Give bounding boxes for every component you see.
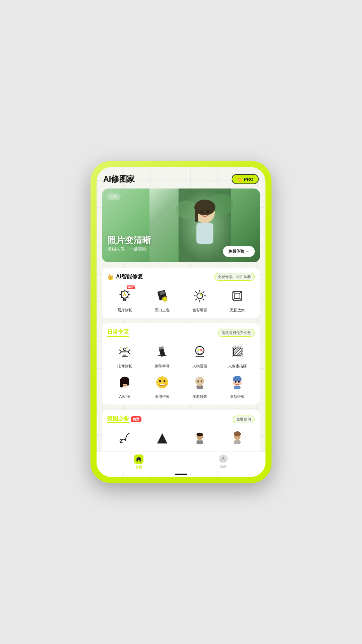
app-title: AI修图家 (103, 174, 135, 184)
daily-erase-label: 擦除字幕 (155, 364, 170, 369)
phone-screen: AI修图家 👑 PRO (97, 167, 265, 477)
cutout-icon-2 (153, 429, 172, 448)
hero-subtitle: 模糊人像，一键清晰 (107, 246, 146, 252)
daily-section-title: 日常专区 (107, 329, 129, 337)
svg-point-40 (159, 380, 161, 382)
svg-point-52 (235, 381, 237, 383)
cutout-icon-grid (107, 429, 255, 448)
svg-rect-6 (196, 223, 213, 244)
ai-feature-label-color: 黑白上色 (155, 308, 170, 313)
cutout-section-badge: 免费使用 (233, 416, 255, 423)
home-indicator (97, 471, 265, 477)
cutout-item-1[interactable] (107, 429, 142, 448)
daily-icon-grid-row1: 拉伸修复 擦除字幕 (107, 342, 255, 369)
svg-rect-65 (236, 439, 239, 441)
daily-old[interactable]: 变老特效 (182, 373, 217, 399)
home-indicator-bar (175, 474, 187, 475)
cutout-icon-1 (115, 429, 134, 448)
stretch-icon-box (115, 342, 134, 362)
svg-point-38 (125, 382, 127, 384)
svg-point-24 (196, 351, 198, 353)
daily-section-header: 日常专区 消耗每日免费次数 (107, 329, 255, 337)
svg-point-22 (197, 349, 199, 351)
cutout-section-header: 抠图必备 免费 免费使用 (107, 415, 255, 423)
daily-cartoon[interactable]: 人物漫画 (182, 342, 217, 369)
cutout-free-badge: 免费 (131, 416, 141, 422)
svg-point-37 (123, 382, 124, 384)
daily-stretch[interactable]: 拉伸修复 (107, 342, 142, 369)
cutout-section: 抠图必备 免费 免费使用 (102, 410, 260, 451)
daily-old-label: 变老特效 (192, 394, 207, 399)
bottom-nav: 首页 我的 (97, 451, 265, 471)
ai-feature-color[interactable]: 黑白上色 (145, 286, 180, 313)
svg-rect-61 (198, 439, 201, 441)
svg-point-23 (200, 349, 202, 351)
daily-anime[interactable]: AI动漫 (107, 373, 142, 399)
hero-banner[interactable]: 之后 照片变清晰 模糊人像，一键清晰 免费体验 → (102, 189, 260, 262)
ai-section-title: 👑 AI智能修复 (107, 273, 143, 280)
sketch-icon-box (228, 342, 247, 362)
nav-home[interactable]: 首页 (97, 454, 181, 470)
cutout-item-2[interactable] (145, 429, 180, 448)
enhance-icon-box (190, 286, 209, 306)
hero-title: 照片变清晰 (107, 235, 151, 246)
app-header: AI修图家 👑 PRO (97, 167, 265, 189)
phone-frame: AI修图家 👑 PRO (90, 161, 272, 483)
expression-icon-box (153, 373, 172, 392)
daily-sketch-label: 人像素描画 (228, 364, 247, 369)
ai-feature-label-repair: 照片修复 (117, 308, 132, 313)
cutout-icon-3 (190, 429, 209, 448)
svg-rect-56 (234, 386, 240, 389)
pro-label: PRO (244, 177, 253, 182)
svg-point-25 (202, 351, 203, 353)
pro-badge[interactable]: 👑 PRO (232, 174, 259, 184)
svg-point-42 (195, 377, 204, 385)
svg-point-45 (200, 380, 202, 382)
svg-rect-50 (233, 379, 235, 381)
daily-young-label: 童颜特效 (230, 394, 245, 399)
cutout-icon-4 (228, 429, 247, 448)
svg-point-9 (121, 291, 128, 298)
hero-cta-button[interactable]: 免费体验 → (223, 246, 255, 257)
svg-point-44 (197, 380, 199, 382)
svg-point-41 (164, 380, 166, 382)
svg-point-8 (206, 210, 209, 213)
svg-rect-5 (195, 208, 198, 222)
svg-point-63 (234, 431, 241, 436)
profile-nav-icon (219, 454, 228, 463)
daily-expression[interactable]: 表情特效 (145, 373, 180, 399)
svg-rect-47 (198, 384, 201, 386)
daily-section-badge: 消耗每日免费次数 (218, 329, 255, 337)
ai-feature-label-enlarge: 无损放大 (230, 308, 245, 313)
daily-cartoon-label: 人物漫画 (192, 364, 207, 369)
color-icon-box (153, 286, 172, 306)
cutout-item-3[interactable] (182, 429, 217, 448)
app-content[interactable]: AI修图家 👑 PRO (97, 167, 265, 451)
svg-point-66 (222, 457, 224, 459)
svg-point-55 (239, 382, 242, 385)
svg-rect-51 (240, 379, 242, 381)
svg-point-39 (157, 377, 168, 388)
ai-feature-label-enhance: 色彩增强 (192, 308, 207, 313)
daily-erase[interactable]: 擦除字幕 (145, 342, 180, 369)
cutout-section-title: 抠图必备 免费 (107, 415, 141, 423)
nav-profile[interactable]: 我的 (181, 454, 265, 470)
ai-feature-photo-repair[interactable]: HOT 照片修复 (107, 286, 142, 313)
enlarge-icon-box (228, 286, 247, 306)
ai-feature-enhance[interactable]: 色彩增强 (182, 286, 217, 313)
svg-point-15 (200, 293, 202, 296)
svg-point-13 (163, 298, 167, 301)
nav-profile-label: 我的 (220, 464, 227, 469)
erase-icon-box (153, 342, 172, 362)
ai-section-badge: 会员专享、试用体验 (214, 273, 255, 281)
svg-rect-36 (127, 380, 129, 385)
daily-young[interactable]: 童颜特效 (220, 373, 255, 399)
nav-home-label: 首页 (135, 465, 142, 470)
svg-point-18 (123, 348, 126, 351)
ai-feature-enlarge[interactable]: 无损放大 (220, 286, 255, 313)
daily-sketch[interactable]: 人像素描画 (220, 342, 255, 369)
svg-point-54 (233, 382, 236, 385)
hero-after-label: 之后 (107, 193, 121, 200)
cutout-item-4[interactable] (220, 429, 255, 448)
old-icon-box (190, 373, 209, 392)
